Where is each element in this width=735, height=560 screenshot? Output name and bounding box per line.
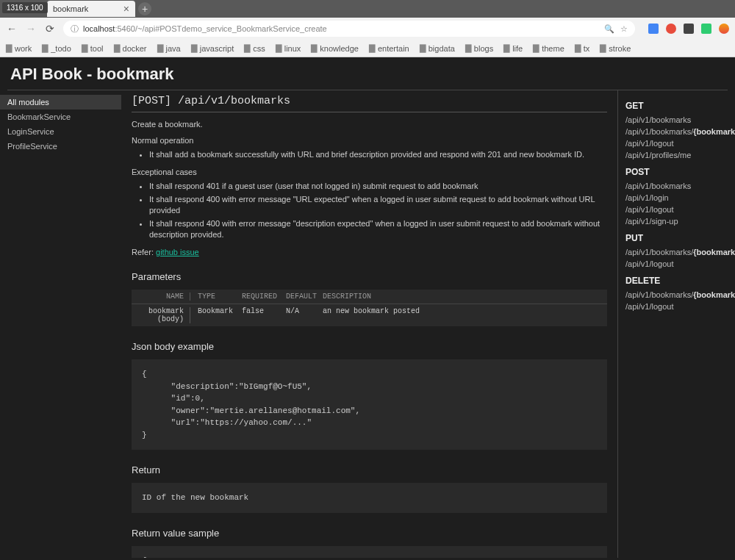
right-sidebar: GET/api/v1/bookmarks/api/v1/bookmarks/{b…	[617, 90, 735, 558]
address-bar[interactable]: ⓘ localhost:5460/~/api#POSTdemo_service_…	[63, 21, 635, 37]
bookmark-item[interactable]: ▇javascript	[191, 43, 234, 53]
json-body-example: { "description":"bIGmgf@O~fU5", "id":0, …	[132, 359, 607, 450]
json-body-heading: Json body example	[132, 341, 607, 352]
endpoint-link[interactable]: /api/v1/bookmarks/{bookmark}	[625, 246, 728, 258]
col-required: REQUIRED	[242, 292, 286, 301]
extension-area	[648, 24, 729, 34]
folder-icon: ▇	[369, 43, 375, 53]
bookmarks-bar: ▇work▇_todo▇tool▇docker▇java▇javascript▇…	[0, 40, 735, 57]
page-title: API Book - bookmark	[0, 57, 735, 90]
bookmark-label: tx	[584, 44, 590, 53]
bookmark-item[interactable]: ▇bigdata	[420, 43, 455, 53]
browser-chrome: bookmark × + ← → ⟳ ⓘ localhost:5460/~/ap…	[0, 0, 735, 57]
endpoint-link[interactable]: /api/v1/bookmarks	[625, 114, 728, 126]
browser-tab[interactable]: bookmark ×	[47, 1, 135, 17]
dimension-badge: 1316 x 100	[2, 2, 48, 13]
table-row: bookmark (body) Bookmark false N/A an ne…	[132, 304, 607, 326]
endpoint-link[interactable]: /api/v1/sign-up	[625, 215, 728, 227]
endpoint-link[interactable]: /api/v1/bookmarks/{bookmark}	[625, 126, 728, 137]
close-icon[interactable]: ×	[123, 3, 129, 15]
sidebar-item[interactable]: LoginService	[0, 124, 121, 139]
exceptional-list: It shall respond 401 if a guest user (us…	[132, 181, 607, 240]
bookmark-item[interactable]: ▇_todo	[42, 43, 71, 53]
return-sample-heading: Return value sample	[132, 528, 607, 539]
bookmark-item[interactable]: ▇docker	[114, 43, 147, 53]
folder-icon: ▇	[311, 43, 317, 53]
url-port: :5460	[115, 24, 135, 33]
summary: Create a bookmark.	[132, 120, 607, 129]
endpoint-link[interactable]: /api/v1/logout	[625, 204, 728, 215]
endpoint-link[interactable]: /api/v1/logout	[625, 301, 728, 312]
refer-label: Refer:	[132, 248, 156, 256]
bookmark-label: blogs	[474, 44, 493, 53]
toolbar: ← → ⟳ ⓘ localhost:5460/~/api#POSTdemo_se…	[0, 18, 735, 40]
bookmark-item[interactable]: ▇entertain	[369, 43, 409, 53]
extension-icon[interactable]	[666, 24, 676, 34]
sidebar-item[interactable]: ProfileService	[0, 139, 121, 154]
forward-button[interactable]: →	[25, 23, 37, 35]
endpoint-link[interactable]: /api/v1/logout	[625, 258, 728, 270]
bookmark-label: bigdata	[429, 44, 455, 53]
extension-icon[interactable]	[648, 24, 659, 34]
tab-title: bookmark	[53, 4, 88, 13]
return-sample: { "id":0 }	[132, 546, 607, 558]
star-icon[interactable]: ☆	[620, 24, 628, 34]
folder-icon: ▇	[114, 43, 120, 53]
cell-name: bookmark (body)	[132, 307, 190, 323]
site-info-icon[interactable]: ⓘ	[71, 24, 79, 35]
bookmark-item[interactable]: ▇css	[244, 43, 265, 53]
list-item: It shall add a bookmark successfully wit…	[149, 149, 607, 160]
folder-icon: ▇	[420, 43, 426, 53]
cell-required: false	[242, 307, 286, 323]
bookmark-item[interactable]: ▇knowledge	[311, 43, 359, 53]
list-item: It shall respond 400 with error message …	[149, 194, 607, 217]
tab-strip: bookmark × +	[0, 0, 735, 18]
bookmark-item[interactable]: ▇work	[6, 43, 32, 53]
endpoint-link[interactable]: /api/v1/login	[625, 192, 728, 204]
bookmark-item[interactable]: ▇theme	[533, 43, 564, 53]
bookmark-label: theme	[542, 44, 564, 53]
bookmark-label: java	[166, 44, 181, 53]
cell-type: Bookmark	[190, 307, 242, 323]
endpoint-link[interactable]: /api/v1/profiles/me	[625, 149, 728, 161]
bookmark-item[interactable]: ▇tx	[575, 43, 590, 53]
folder-icon: ▇	[575, 43, 581, 53]
folder-icon: ▇	[42, 43, 48, 53]
bookmark-item[interactable]: ▇java	[157, 43, 181, 53]
bookmark-item[interactable]: ▇blogs	[465, 43, 493, 53]
col-name: NAME	[132, 292, 190, 301]
return-description: ID of the new bookmark	[132, 483, 607, 513]
app-content: API Book - bookmark All modulesBookmarkS…	[0, 57, 735, 560]
extension-icon[interactable]	[701, 24, 711, 34]
back-button[interactable]: ←	[6, 23, 18, 35]
bookmark-item[interactable]: ▇life	[503, 43, 523, 53]
folder-icon: ▇	[191, 43, 197, 53]
col-desc: DESCRIPTION	[323, 292, 607, 301]
col-type: TYPE	[190, 292, 242, 301]
endpoint-link[interactable]: /api/v1/bookmarks	[625, 180, 728, 192]
endpoint-link[interactable]: /api/v1/bookmarks/{bookmark}	[625, 289, 728, 301]
sidebar: All modulesBookmarkServiceLoginServicePr…	[0, 90, 121, 558]
new-tab-button[interactable]: +	[138, 2, 151, 15]
sidebar-item[interactable]: All modules	[0, 95, 121, 110]
bookmark-label: _todo	[51, 44, 71, 53]
bookmark-item[interactable]: ▇linux	[276, 43, 301, 53]
main-content: [POST] /api/v1/bookmarks Create a bookma…	[121, 90, 617, 558]
bookmark-label: tool	[90, 44, 104, 53]
endpoint-heading: [POST] /api/v1/bookmarks	[132, 95, 607, 112]
bookmark-item[interactable]: ▇tool	[82, 43, 104, 53]
github-link[interactable]: github issue	[156, 248, 199, 256]
url-host: localhost	[83, 24, 115, 33]
cell-default: N/A	[286, 307, 323, 323]
reload-button[interactable]: ⟳	[44, 23, 56, 35]
bookmark-item[interactable]: ▇stroke	[600, 43, 631, 53]
endpoint-link[interactable]: /api/v1/logout	[625, 137, 728, 149]
avatar[interactable]	[719, 24, 729, 34]
parameters-heading: Parameters	[132, 271, 607, 282]
sidebar-item[interactable]: BookmarkService	[0, 110, 121, 124]
folder-icon: ▇	[82, 43, 87, 53]
folder-icon: ▇	[244, 43, 250, 53]
normal-list: It shall add a bookmark successfully wit…	[132, 149, 607, 160]
search-icon[interactable]: 🔍	[604, 24, 614, 34]
extension-icon[interactable]	[684, 24, 694, 34]
